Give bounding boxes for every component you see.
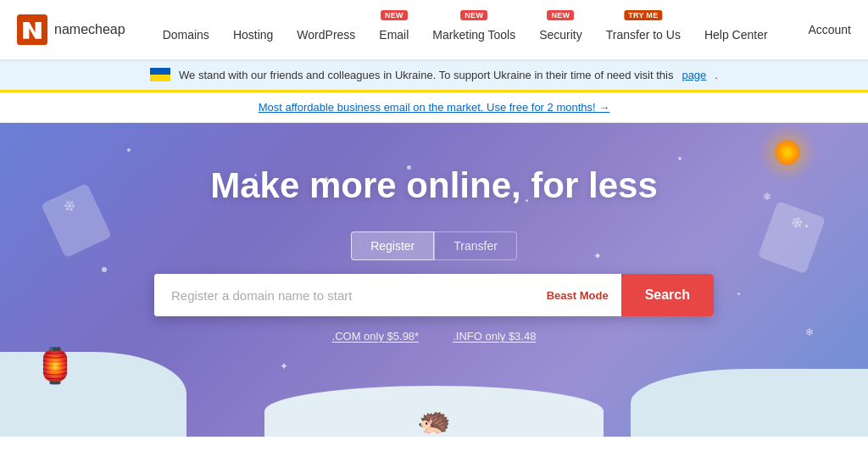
sparkle-icon: ❄ [805, 326, 814, 338]
nav-label-domains: Domains [163, 28, 209, 42]
account-link[interactable]: Account [808, 23, 851, 36]
logo-icon [17, 14, 47, 45]
nav-label-security: Security [539, 28, 582, 42]
search-button[interactable]: Search [621, 274, 714, 316]
search-bar: Beast Mode Search [154, 274, 714, 316]
price-hint-com-text: .COM only $5.98* [332, 330, 420, 343]
deco-card-right: ❄ [758, 201, 826, 274]
nav-item-hosting[interactable]: Hosting [221, 0, 285, 59]
deco-card-left: ❄ [41, 183, 112, 259]
snow-mound-right [631, 369, 868, 437]
snow-dot [805, 225, 808, 227]
logo-text: namecheap [54, 22, 125, 37]
tab-register[interactable]: Register [351, 231, 434, 260]
badge-new-email: NEW [381, 10, 408, 20]
sparkle-icon: ✦ [280, 360, 288, 372]
badge-tryme-transfer: TRY ME [624, 10, 662, 20]
snow-dot [102, 267, 107, 272]
glow-orb [775, 140, 800, 165]
search-input[interactable] [154, 274, 534, 316]
main-nav: Domains Hosting WordPress NEW Email NEW … [151, 0, 809, 59]
monster-icon: 🦔 [417, 404, 451, 437]
price-hint-com: .COM only $5.98* [332, 330, 420, 343]
account-label: Account [808, 23, 851, 36]
snow-dot [737, 293, 740, 295]
snow-mound-left [0, 352, 186, 437]
nav-label-transfer: Transfer to Us [606, 28, 681, 42]
ukraine-banner: We stand with our friends and colleagues… [0, 59, 868, 92]
ukraine-link[interactable]: page [682, 69, 706, 81]
lantern-icon: 🏮 [34, 346, 76, 386]
badge-new-marketing: NEW [460, 10, 487, 20]
flag-top [150, 68, 170, 75]
badge-new-security: NEW [547, 10, 574, 20]
beast-mode-button[interactable]: Beast Mode [534, 274, 621, 316]
nav-label-wordpress: WordPress [297, 28, 355, 42]
nav-label-email: Email [379, 28, 409, 42]
promo-link[interactable]: Most affordable business email on the ma… [259, 101, 610, 114]
hero-section: ✦ ✦ ❄ ❄ ❄ ✦ ❄ ❄ 🏮 Make more online, for … [0, 123, 868, 437]
nav-item-email[interactable]: NEW Email [367, 0, 420, 59]
search-tabs: Register Transfer [351, 231, 517, 260]
nav-item-wordpress[interactable]: WordPress [285, 0, 367, 59]
ukraine-text: We stand with our friends and colleagues… [179, 69, 673, 81]
nav-item-transfer[interactable]: TRY ME Transfer to Us [594, 0, 693, 59]
snow-dot [127, 148, 131, 152]
hero-title: Make more online, for less [210, 165, 658, 206]
nav-label-help: Help Center [704, 28, 768, 42]
sparkle-icon: ✦ [593, 250, 602, 262]
promo-banner: Most affordable business email on the ma… [0, 92, 868, 123]
price-hints: .COM only $5.98* .INFO only $3.48 [332, 330, 537, 343]
tab-transfer[interactable]: Transfer [434, 231, 517, 260]
snow-dot [678, 157, 682, 160]
price-hint-info: .INFO only $3.48 [453, 330, 536, 343]
ukraine-flag [150, 68, 170, 81]
header: namecheap Domains Hosting WordPress NEW … [0, 0, 868, 59]
nav-label-hosting: Hosting [233, 28, 273, 42]
nav-label-marketing: Marketing Tools [432, 28, 515, 42]
nav-item-marketing[interactable]: NEW Marketing Tools [420, 0, 527, 59]
ukraine-text-period: . [715, 69, 718, 81]
nav-item-security[interactable]: NEW Security [527, 0, 594, 59]
logo-link[interactable]: namecheap [17, 14, 125, 45]
sparkle-icon: ❄ [763, 191, 771, 203]
flag-bottom [150, 75, 170, 81]
nav-item-help[interactable]: Help Center [693, 0, 780, 59]
price-hint-info-text: .INFO only $3.48 [453, 330, 536, 343]
nav-item-domains[interactable]: Domains [151, 0, 221, 59]
